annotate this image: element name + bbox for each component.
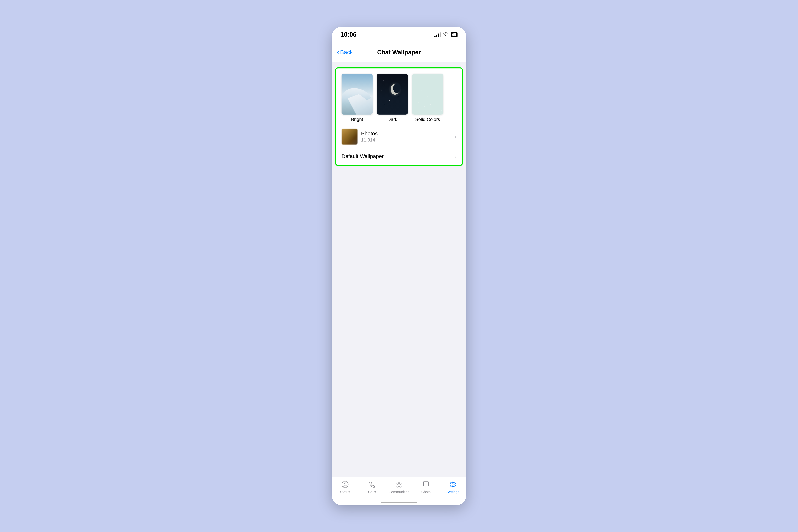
settings-icon bbox=[449, 480, 457, 489]
moon-icon bbox=[391, 84, 399, 95]
svg-point-1 bbox=[342, 481, 348, 488]
chats-tab-label: Chats bbox=[421, 490, 431, 494]
photos-row[interactable]: Photos 11,314 › bbox=[336, 126, 462, 147]
back-button[interactable]: ‹ Back bbox=[337, 49, 353, 56]
wifi-icon bbox=[443, 32, 449, 38]
bright-preview bbox=[342, 74, 373, 115]
solid-preview bbox=[412, 74, 443, 115]
tab-calls[interactable]: Calls bbox=[359, 480, 385, 494]
tab-settings[interactable]: Settings bbox=[439, 480, 467, 494]
solid-thumbnail bbox=[412, 74, 443, 115]
photos-title: Photos bbox=[361, 131, 451, 136]
default-wallpaper-chevron-icon: › bbox=[455, 153, 456, 159]
wallpaper-thumbnails: Bright bbox=[336, 69, 462, 126]
status-tab-label: Status bbox=[340, 490, 350, 494]
wallpaper-bright[interactable]: Bright bbox=[342, 74, 373, 122]
tab-status[interactable]: Status bbox=[331, 480, 359, 494]
photos-preview bbox=[342, 129, 358, 145]
home-indicator bbox=[381, 502, 417, 503]
wallpaper-dark[interactable]: Dark bbox=[377, 74, 408, 122]
settings-tab-label: Settings bbox=[446, 490, 459, 494]
svg-point-2 bbox=[344, 483, 346, 484]
nav-bar: ‹ Back Chat Wallpaper bbox=[331, 42, 467, 62]
default-wallpaper-row[interactable]: Default Wallpaper › bbox=[336, 147, 462, 165]
status-time: 10:06 bbox=[341, 31, 357, 38]
tab-bar: Status Calls Co bbox=[331, 477, 467, 506]
content-area: Bright bbox=[331, 62, 467, 506]
svg-point-5 bbox=[398, 482, 400, 484]
photos-count: 11,314 bbox=[361, 137, 451, 143]
communities-tab-label: Communities bbox=[389, 490, 410, 494]
status-bar: 10:06 95 bbox=[331, 26, 467, 42]
wallpaper-solid[interactable]: Solid Colors bbox=[412, 74, 443, 122]
photos-info: Photos 11,314 bbox=[361, 131, 451, 143]
bright-label: Bright bbox=[351, 117, 363, 122]
status-icon bbox=[341, 480, 349, 489]
dark-label: Dark bbox=[387, 117, 397, 122]
default-wallpaper-label: Default Wallpaper bbox=[342, 153, 455, 159]
tab-communities[interactable]: Communities bbox=[385, 480, 413, 494]
dark-thumbnail bbox=[377, 74, 408, 115]
battery-indicator: 95 bbox=[451, 32, 457, 37]
status-icons: 95 bbox=[434, 32, 457, 38]
communities-icon bbox=[395, 480, 403, 489]
bright-thumbnail bbox=[342, 74, 373, 115]
solid-label: Solid Colors bbox=[415, 117, 440, 122]
calls-icon bbox=[367, 480, 377, 489]
photos-thumbnail bbox=[342, 129, 358, 145]
phone-frame: 10:06 95 ‹ Back Chat W bbox=[331, 26, 467, 506]
chats-icon bbox=[421, 480, 431, 489]
wallpaper-section: Bright bbox=[335, 68, 463, 166]
gray-content bbox=[331, 166, 467, 194]
tab-chats[interactable]: Chats bbox=[413, 480, 439, 494]
dark-preview bbox=[377, 74, 408, 115]
svg-point-0 bbox=[445, 35, 446, 36]
calls-tab-label: Calls bbox=[368, 490, 376, 494]
back-chevron-icon: ‹ bbox=[337, 49, 339, 56]
svg-point-6 bbox=[452, 483, 454, 486]
signal-bars-icon bbox=[434, 32, 441, 37]
photos-chevron-icon: › bbox=[455, 134, 456, 139]
page-title: Chat Wallpaper bbox=[377, 49, 421, 56]
back-label: Back bbox=[340, 49, 353, 56]
